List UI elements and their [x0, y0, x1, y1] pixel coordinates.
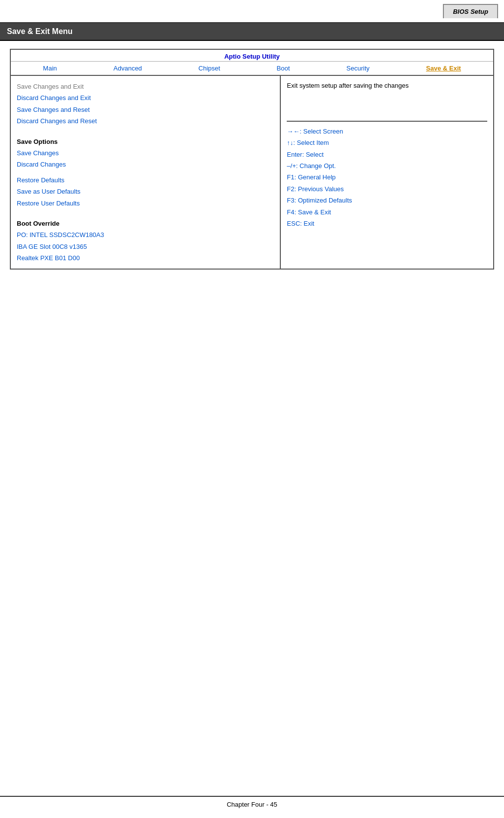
nav-save-exit[interactable]: Save & Exit — [424, 64, 463, 73]
right-panel: Exit system setup after saving the chang… — [281, 76, 493, 234]
aptio-header: Aptio Setup Utility Main Advanced Chipse… — [11, 50, 493, 76]
boot-override-label: Boot Override — [17, 218, 274, 229]
key-select-item: ↑↓: Select Item — [287, 137, 487, 148]
menu-save-changes[interactable]: Save Changes — [17, 147, 274, 159]
save-options-label: Save Options — [17, 136, 274, 147]
nav-boot[interactable]: Boot — [275, 64, 292, 73]
main-content: Aptio Setup Utility Main Advanced Chipse… — [0, 41, 504, 277]
right-description: Exit system setup after saving the chang… — [287, 81, 487, 122]
nav-security[interactable]: Security — [344, 64, 371, 73]
right-keys: →←: Select Screen ↑↓: Select Item Enter:… — [287, 126, 487, 230]
key-enter-select: Enter: Select — [287, 149, 487, 160]
key-f1: F1: General Help — [287, 171, 487, 183]
key-f4: F4: Save & Exit — [287, 206, 487, 218]
aptio-nav: Main Advanced Chipset Boot Security Save… — [11, 62, 493, 75]
bios-setup-tab: BIOS Setup — [443, 4, 498, 18]
menu-boot-intel[interactable]: PO: INTEL SSDSC2CW180A3 — [17, 229, 274, 240]
menu-discard-changes[interactable]: Discard Changes — [17, 159, 274, 170]
aptio-title: Aptio Setup Utility — [11, 50, 493, 62]
top-header: BIOS Setup — [0, 0, 504, 23]
left-panel: Save Changes and Exit Discard Changes an… — [11, 76, 281, 269]
key-f3: F3: Optimized Defaults — [287, 195, 487, 206]
menu-discard-changes-reset[interactable]: Discard Changes and Reset — [17, 115, 274, 127]
key-select-screen: →←: Select Screen — [287, 126, 487, 137]
menu-discard-changes-exit[interactable]: Discard Changes and Exit — [17, 92, 274, 103]
footer: Chapter Four - 45 — [0, 796, 504, 808]
key-change-opt: –/+: Change Opt. — [287, 160, 487, 171]
menu-restore-defaults[interactable]: Restore Defaults — [17, 174, 274, 186]
menu-boot-iba[interactable]: IBA GE Slot 00C8 v1365 — [17, 241, 274, 252]
menu-restore-user-defaults[interactable]: Restore User Defaults — [17, 198, 274, 209]
nav-advanced[interactable]: Advanced — [111, 64, 144, 73]
menu-boot-realtek[interactable]: Realtek PXE B01 D00 — [17, 252, 274, 264]
key-f2: F2: Previous Values — [287, 183, 487, 195]
menu-save-changes-exit[interactable]: Save Changes and Exit — [17, 81, 274, 92]
menu-save-changes-reset[interactable]: Save Changes and Reset — [17, 104, 274, 115]
section-title: Save & Exit Menu — [0, 23, 504, 41]
menu-save-user-defaults[interactable]: Save as User Defaults — [17, 186, 274, 197]
aptio-table: Aptio Setup Utility Main Advanced Chipse… — [10, 49, 494, 270]
nav-chipset[interactable]: Chipset — [197, 64, 222, 73]
footer-label: Chapter Four - 45 — [227, 801, 277, 808]
nav-main[interactable]: Main — [41, 64, 59, 73]
key-esc: ESC: Exit — [287, 218, 487, 229]
